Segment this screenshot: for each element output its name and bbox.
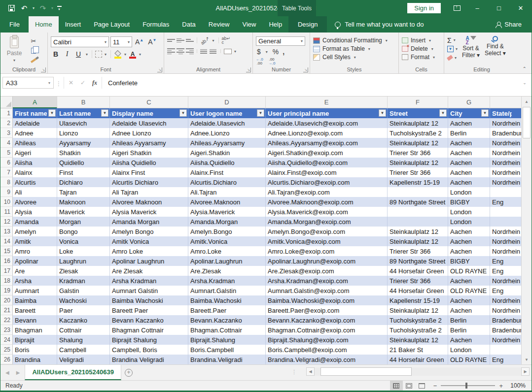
cell-G11[interactable]: London: [448, 207, 490, 217]
row-header-25[interactable]: 25: [0, 345, 13, 355]
cell-D3[interactable]: Adnee.Lionzo: [188, 128, 266, 138]
cell-D16[interactable]: Apolinar.Laughrun: [188, 256, 266, 266]
cell-H23[interactable]: Bradenbur: [490, 325, 522, 335]
insert-cells-button[interactable]: Insert▾: [402, 37, 436, 44]
cell-A12[interactable]: Amanda: [13, 217, 57, 227]
cell-G2[interactable]: Aachen: [448, 118, 490, 128]
cell-B21[interactable]: Paer: [57, 305, 110, 315]
column-header-C[interactable]: C: [110, 97, 188, 108]
cell-B7[interactable]: Finst: [57, 167, 110, 177]
cell-C5[interactable]: Aigeri Shatkin: [110, 148, 188, 158]
cell-E8[interactable]: Alcurtis.Dichiaro@exoip.com: [266, 177, 388, 187]
cell-F21[interactable]: Steinkaulplatz 12: [388, 305, 448, 315]
accounting-dropdown-icon[interactable]: ▾: [265, 50, 269, 54]
cell-F10[interactable]: 89 Northgate Street: [388, 197, 448, 207]
cell-H4[interactable]: Nordrhein: [490, 138, 522, 148]
cell-E21[interactable]: Bareett.Paer@exoip.com: [266, 305, 388, 315]
cell-G21[interactable]: Aachen: [448, 305, 490, 315]
borders-dropdown-icon[interactable]: ▾: [104, 52, 107, 57]
insert-function-button[interactable]: fx: [89, 79, 101, 87]
tab-help[interactable]: Help: [262, 16, 288, 33]
cell-E10[interactable]: Alvoree.Maknoon@exoip.com: [266, 197, 388, 207]
row-header-13[interactable]: 13: [0, 227, 13, 236]
cell-C23[interactable]: Bhagman Cottnair: [110, 325, 188, 335]
cell-F9[interactable]: [388, 187, 448, 197]
cell-F22[interactable]: Tucholskystraße 2: [388, 315, 448, 325]
collapse-ribbon-button[interactable]: ⌃: [523, 66, 527, 71]
fill-button[interactable]: ▼▾: [447, 45, 459, 53]
cell-D6[interactable]: Aiisha.Quidiello: [188, 158, 266, 167]
column-header-D[interactable]: D: [188, 97, 266, 108]
cell-A26[interactable]: Brandina: [13, 355, 57, 364]
sheet-tab-active[interactable]: AllADUsers_202105240639: [25, 365, 121, 380]
cell-D15[interactable]: Amro.Loke: [188, 246, 266, 256]
undo-dropdown[interactable]: ▾: [31, 2, 36, 14]
cell-H26[interactable]: Eng: [490, 355, 522, 364]
cell-G5[interactable]: Aachen: [448, 148, 490, 158]
cell-C25[interactable]: Campbell, Boris: [110, 345, 188, 355]
cell-G10[interactable]: BIGBY: [448, 197, 490, 207]
ribbon-display-options-button[interactable]: [448, 0, 466, 16]
cell-A25[interactable]: Boris: [13, 345, 57, 355]
cell-B12[interactable]: Morgan: [57, 217, 110, 227]
cell-F7[interactable]: Trierer Str 366: [388, 167, 448, 177]
merge-center-button[interactable]: [224, 49, 232, 54]
cell-C11[interactable]: Alysia Maverick: [110, 207, 188, 217]
cell-E6[interactable]: Aiisha.Quidiello@exoip.com: [266, 158, 388, 167]
cell-G9[interactable]: London: [448, 187, 490, 197]
cell-G6[interactable]: Aachen: [448, 158, 490, 167]
cell-B8[interactable]: Dichiaro: [57, 177, 110, 187]
cell-E12[interactable]: Amanda.Morgan@exoip.com: [266, 217, 388, 227]
cell-B15[interactable]: Loke: [57, 246, 110, 256]
cell-C9[interactable]: Ali Tajran: [110, 187, 188, 197]
cell-B19[interactable]: Galstin: [57, 286, 110, 295]
cell-A19[interactable]: Aumnart: [13, 286, 57, 295]
new-sheet-button[interactable]: +: [121, 365, 136, 380]
row-header-7[interactable]: 7: [0, 167, 13, 177]
cell-H20[interactable]: Nordrhein: [490, 295, 522, 305]
header-cell-H1[interactable]: State/provi: [490, 108, 522, 118]
cell-B20[interactable]: Wachoski: [57, 295, 110, 305]
cell-C26[interactable]: Brandina Veligradi: [110, 355, 188, 364]
cell-F3[interactable]: Tucholskystraße 2: [388, 128, 448, 138]
cell-A2[interactable]: Adelaide: [13, 118, 57, 128]
cell-H24[interactable]: Nordrhein: [490, 335, 522, 345]
cell-C19[interactable]: Aumnart Galstin: [110, 286, 188, 295]
save-button[interactable]: [5, 2, 17, 14]
cell-C2[interactable]: Adelaide Ulasevich: [110, 118, 188, 128]
cell-B26[interactable]: Veligradi: [57, 355, 110, 364]
cell-A18[interactable]: Arsha: [13, 276, 57, 286]
cell-styles-button[interactable]: Cell Styles▾: [313, 54, 389, 61]
cell-F19[interactable]: 44 Horsefair Green: [388, 286, 448, 295]
top-align-button[interactable]: [167, 39, 175, 41]
font-color-dropdown-icon[interactable]: ▾: [138, 52, 142, 57]
row-header-8[interactable]: 8: [0, 177, 13, 187]
accounting-format-button[interactable]: $: [257, 48, 261, 56]
row-header-15[interactable]: 15: [0, 246, 13, 256]
cell-F2[interactable]: Steinkaulplatz 12: [388, 118, 448, 128]
cell-H22[interactable]: Bradenbur: [490, 315, 522, 325]
copy-button[interactable]: [28, 46, 39, 55]
cell-G14[interactable]: Aachen: [448, 236, 490, 246]
wrap-text-button[interactable]: ab↵c: [222, 36, 231, 44]
zoom-slider-thumb[interactable]: [465, 383, 467, 389]
header-cell-E1[interactable]: User principal name▼: [266, 108, 388, 118]
cell-E9[interactable]: Ali.Tajran@exoip.com: [266, 187, 388, 197]
cell-H17[interactable]: Eng: [490, 266, 522, 276]
cell-A14[interactable]: Amitk: [13, 236, 57, 246]
decrease-decimal-button[interactable]: .00→.0: [268, 58, 276, 65]
sign-in-button[interactable]: Sign in: [407, 3, 441, 13]
cell-D20[interactable]: Baimba.Wachoski: [188, 295, 266, 305]
cell-H5[interactable]: Nordrhein: [490, 148, 522, 158]
cell-E26[interactable]: Brandina.Veligradi@exoip.com: [266, 355, 388, 364]
tab-review[interactable]: Review: [202, 16, 236, 33]
cell-B13[interactable]: Bongo: [57, 227, 110, 236]
cell-D12[interactable]: Amanda.Morgan: [188, 217, 266, 227]
share-button[interactable]: Share: [496, 16, 532, 33]
cell-H3[interactable]: Bradenbur: [490, 128, 522, 138]
font-name-combo[interactable]: Calibri▾: [51, 36, 109, 47]
cell-D9[interactable]: Ali.Tajran: [188, 187, 266, 197]
column-header-H[interactable]: [490, 97, 522, 108]
zoom-in-button[interactable]: +: [499, 382, 503, 390]
formula-bar-grip[interactable]: ⋮: [56, 80, 62, 87]
